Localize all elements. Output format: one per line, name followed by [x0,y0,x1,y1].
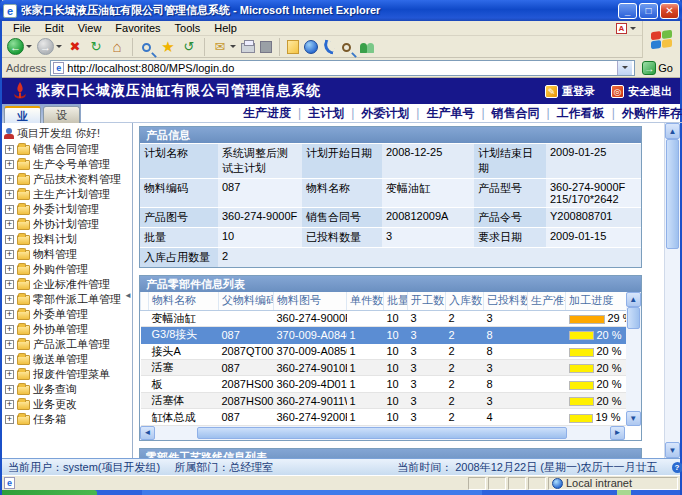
tool-button[interactable] [322,37,336,57]
scroll-up-icon[interactable]: ▲ [626,292,642,307]
column-header[interactable]: 生产准备 [528,292,566,310]
expand-icon[interactable]: + [5,340,14,349]
expand-icon[interactable]: + [5,415,14,424]
expand-icon[interactable]: + [5,385,14,394]
tree-item[interactable]: + 产品派工单管理 [2,337,132,352]
expand-icon[interactable]: + [5,175,14,184]
go-button[interactable]: → Go [639,61,676,75]
menu-item-help[interactable]: Help [207,22,244,34]
table-row[interactable]: 接头A2087QT002370-009-A085011032820 % [141,343,626,359]
scroll-down-icon[interactable]: ▼ [626,411,642,426]
scroll-thumb[interactable] [627,307,641,329]
tree-item[interactable]: + 缴送单管理 [2,352,132,367]
tree-item[interactable]: + 报废件管理菜单 [2,367,132,382]
nav-item-6[interactable]: 外购件库存 [620,105,682,122]
parts-horizontal-scrollbar[interactable]: ◄ ► [140,426,625,440]
refresh-button[interactable]: ↻ [87,37,105,57]
nav-item-5[interactable]: 工作看板 [555,105,607,122]
table-row[interactable]: 变幅油缸360-274-9000F1032329 % [141,310,626,326]
expand-icon[interactable]: + [5,295,14,304]
minimize-button[interactable]: _ [618,3,637,19]
sidebar-collapse-handle[interactable]: ◄ [124,291,132,300]
tree-item[interactable]: + 业务查询 [2,382,132,397]
table-row[interactable]: 板2087HS002360-209-4D01011032820 % [141,376,626,392]
relogin-button[interactable]: ✎ 重登录 [545,84,595,99]
browser-globe-button[interactable] [303,37,319,57]
menu-item-edit[interactable]: Edit [38,22,71,34]
tree-item[interactable]: + 产品技术资料管理 [2,172,132,187]
menu-item-tools[interactable]: Tools [168,22,208,34]
expand-icon[interactable]: + [5,145,14,154]
search-button[interactable] [139,37,156,57]
home-button[interactable]: ⌂ [108,37,126,57]
expand-icon[interactable]: + [5,325,14,334]
mail-button[interactable]: ✉ [211,37,237,57]
tree-item[interactable]: + 任务箱 [2,412,132,427]
tree-item[interactable]: + 外委单管理 [2,307,132,322]
nav-item-0[interactable]: 生产进度 [241,105,293,122]
column-header[interactable]: 父物料编码 [219,292,274,310]
column-header[interactable]: 已投料数 [484,292,528,310]
expand-icon[interactable]: + [5,310,14,319]
scroll-thumb[interactable] [666,139,679,249]
table-row[interactable]: 活塞087360-274-9010F11032320 % [141,359,626,375]
tab-settings[interactable]: 设置 [43,106,80,123]
column-header[interactable]: 单件数量 [347,292,384,310]
tree-item[interactable]: + 销售合同管理 [2,142,132,157]
tab-business[interactable]: 业务 [4,106,41,123]
parts-vertical-scrollbar[interactable]: ▲ ▼ [626,292,642,426]
expand-icon[interactable]: + [5,160,14,169]
logout-button[interactable]: ◎ 安全退出 [611,84,672,99]
start-button[interactable] [2,490,97,495]
expand-icon[interactable]: + [5,370,14,379]
scroll-up-icon[interactable]: ▲ [665,123,680,139]
table-row[interactable]: 缸体总成087360-274-9200F11032419 % [141,409,626,426]
tree-item[interactable]: + 生产令号单管理 [2,157,132,172]
tree-item[interactable]: + 主生产计划管理 [2,187,132,202]
scroll-down-icon[interactable]: ▼ [665,442,680,458]
tree-item[interactable]: + 外协单管理 [2,322,132,337]
research-button[interactable] [339,37,356,57]
expand-icon[interactable]: + [5,205,14,214]
scroll-left-icon[interactable]: ◄ [140,426,155,440]
tree-item[interactable]: + 外购件管理 [2,262,132,277]
favorites-button[interactable]: ★ [159,37,177,57]
address-dropdown-button[interactable] [617,61,632,75]
pdf-toolbar-button[interactable]: A [616,23,636,34]
maximize-button[interactable]: □ [639,3,658,19]
table-row[interactable]: 活塞体2087HS002360-274-9011W11032320 % [141,392,626,408]
expand-icon[interactable]: + [5,280,14,289]
tree-item[interactable]: + 外协计划管理 [2,217,132,232]
column-header[interactable]: 批量 [384,292,408,310]
column-header[interactable]: 加工进度 [566,292,626,310]
expand-icon[interactable]: + [5,220,14,229]
expand-icon[interactable]: + [5,265,14,274]
show-help-link[interactable]: ? 显示帮助 [672,460,682,475]
expand-icon[interactable]: + [5,235,14,244]
nav-item-2[interactable]: 外委计划 [359,105,411,122]
nav-item-1[interactable]: 主计划 [306,105,346,122]
scroll-right-icon[interactable]: ► [610,426,625,440]
expand-icon[interactable]: + [5,355,14,364]
tree-item[interactable]: + 企业标准件管理 [2,277,132,292]
column-header[interactable]: 开工数 [408,292,446,310]
tree-item[interactable]: + 业务更改 [2,397,132,412]
notes-button[interactable] [286,37,300,57]
menu-item-file[interactable]: File [6,22,38,34]
nav-item-3[interactable]: 生产单号 [424,105,476,122]
scroll-thumb[interactable] [197,427,567,439]
tree-item[interactable]: + 物料管理 [2,247,132,262]
expand-icon[interactable]: + [5,250,14,259]
stop-button[interactable]: ✖ [66,37,84,57]
taskbar-button[interactable] [142,490,482,495]
back-button[interactable]: ← [6,37,33,57]
tree-item[interactable]: + 零部件派工单管理 [2,292,132,307]
menu-item-favorites[interactable]: Favorites [108,22,167,34]
forward-button[interactable]: → [36,37,63,57]
windows-taskbar[interactable] [2,490,680,495]
messenger-button[interactable] [359,37,377,57]
address-input[interactable]: e http://localhost:8080/MPS/login.do [50,60,635,76]
tree-item[interactable]: + 外委计划管理 [2,202,132,217]
tree-item[interactable]: + 投料计划 [2,232,132,247]
expand-icon[interactable]: + [5,190,14,199]
